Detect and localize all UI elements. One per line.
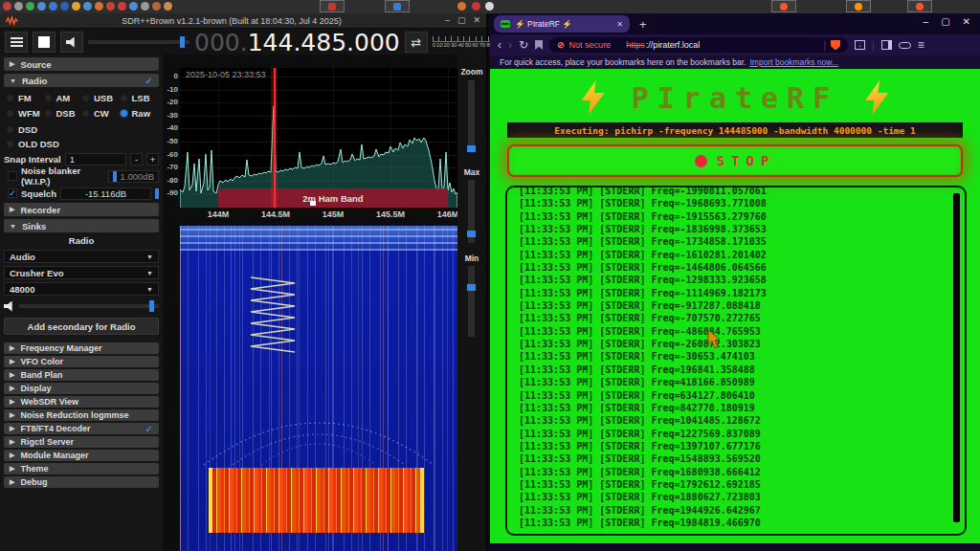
sidebar-panel[interactable]: ▶Display [4,383,159,394]
taskbar-app-icon[interactable] [14,2,23,11]
radio-icon[interactable] [6,125,14,134]
menu-button[interactable] [5,32,28,53]
stop-button[interactable]: STOP [507,144,963,177]
mode-dsb[interactable]: DSB [44,105,82,121]
tray-icon[interactable] [472,2,480,11]
panel-source[interactable]: ▶Source [4,57,159,71]
radio-icon[interactable] [6,94,14,102]
mode-wfm[interactable]: WFM [6,105,44,121]
taskbar-app-icon[interactable] [95,2,103,11]
address-bar[interactable]: ⊘ Not secure https ://piraterf.local | [549,37,848,53]
waterfall-display[interactable] [180,226,457,551]
mute-button[interactable] [60,32,83,53]
mode-dsd[interactable]: DSD [4,122,159,137]
zoom-slider-handle[interactable] [467,145,476,152]
minimize-icon[interactable]: – [445,16,450,25]
min-slider[interactable] [468,266,475,337]
panel-sinks[interactable]: ▼Sinks [4,219,159,232]
close-icon[interactable]: ✕ [473,16,480,25]
mode-raw[interactable]: Raw [120,105,158,121]
taskbar-app-icon[interactable] [164,2,172,11]
squelch-checkbox[interactable]: ✓ [8,188,17,198]
browser-tab[interactable]: ⚡ PIrateRF ⚡ ✕ [494,15,630,33]
taskbar-app-icon[interactable] [37,2,46,11]
tab-close-icon[interactable]: ✕ [616,20,623,29]
mode-old-dsd[interactable]: OLD DSD [4,137,159,151]
taskbar-app-icon[interactable] [72,2,80,11]
taskbar-app-icon[interactable] [60,2,69,11]
search-panel-icon[interactable]: ↓ [855,40,865,50]
log-scrollbar[interactable] [953,193,960,522]
radio-selected-icon[interactable] [120,109,128,118]
spectrum-plot[interactable]: 2m Ham Band 2025-10-05 23:33:53 [180,68,457,208]
volume-slider[interactable] [88,40,189,44]
sidebar-panel[interactable]: ▶Theme [4,463,159,474]
taskbar-app-icon[interactable] [106,2,115,11]
taskbar-app-icon[interactable] [141,2,149,11]
taskbar-app-icon[interactable] [3,2,11,11]
reload-button[interactable]: ↻ [519,39,528,51]
squelch-level-field[interactable]: -15.116dB [60,187,151,200]
slider-handle[interactable] [149,300,154,312]
back-button[interactable]: ‹ [498,39,501,51]
mode-usb[interactable]: USB [81,90,120,105]
maximize-icon[interactable]: ▢ [457,16,466,25]
sidebar-panel[interactable]: ▶Frequency Manager [4,342,159,354]
sink-type-dropdown[interactable]: Audio▼ [4,250,159,263]
min-slider-handle[interactable] [467,284,476,291]
radio-icon[interactable] [81,109,90,118]
tray-icon[interactable] [457,2,466,11]
radio-icon[interactable] [6,140,14,148]
sidebar-panel[interactable]: ▶FT8/FT4 Decoder✓ [4,423,159,434]
panel-radio[interactable]: ▼Radio✓ [4,74,159,87]
maximize-icon[interactable]: ▢ [941,17,949,27]
forward-button[interactable]: › [508,39,512,51]
taskbar-app-icon[interactable] [83,2,92,11]
bookmark-icon[interactable] [535,40,543,50]
menu-icon[interactable]: ≡ [918,39,924,51]
mode-lsb[interactable]: LSB [120,90,158,105]
sink-volume-slider[interactable] [19,304,159,308]
sidebar-panel[interactable]: ▶WebSDR View [4,396,159,408]
noise-blanker-field[interactable]: 1.000dB [108,170,159,183]
enabled-check-icon[interactable]: ✓ [145,424,153,434]
sidebar-panel[interactable]: ▶VFO Color [4,356,159,367]
sidebar-panel[interactable]: ▶Debug [4,476,159,488]
taskbar-app-icon[interactable] [49,2,57,11]
log-output-box[interactable]: [11:33:53 PM] [STDERR] Freq=-1990811.057… [505,186,967,536]
import-bookmarks-link[interactable]: Import bookmarks now... [749,57,838,67]
noise-blanker-checkbox[interactable] [8,171,17,181]
radio-icon[interactable] [44,94,53,102]
snap-interval-input[interactable]: 1 [65,153,126,165]
snap-plus-button[interactable]: + [146,153,159,165]
close-icon[interactable]: ✕ [963,17,970,27]
vfo-center-line[interactable] [274,68,276,208]
snap-minus-button[interactable]: - [130,153,143,165]
taskbar-app-icon[interactable] [129,2,138,11]
radio-icon[interactable] [120,94,128,102]
radio-icon[interactable] [6,109,14,118]
taskbar-window-button-brave2[interactable] [907,0,932,12]
mode-am[interactable]: AM [44,90,82,105]
radio-icon[interactable] [44,109,53,118]
sidebar-panel[interactable]: ▶Band Plan [4,369,159,381]
new-tab-button[interactable]: + [639,18,647,31]
vertical-tabs-icon[interactable] [899,42,911,49]
stop-playback-button[interactable] [33,32,56,53]
mode-cw[interactable]: CW [81,105,120,121]
squelch-slider-handle[interactable] [155,188,159,199]
taskbar-window-button[interactable] [385,0,410,12]
taskbar-window-button-brave[interactable] [771,0,796,12]
sdr-titlebar[interactable]: SDR++Brown v1.2.1-brown (Built at 18:04:… [0,13,486,29]
swap-vfo-button[interactable]: ⇄ [405,32,428,53]
max-slider-handle[interactable] [467,231,476,237]
sidebar-toggle-icon[interactable] [881,40,892,50]
taskbar-window-button-firefox[interactable] [846,0,871,12]
zoom-slider[interactable] [468,80,475,152]
brave-shield-icon[interactable] [831,40,840,51]
sample-rate-dropdown[interactable]: 48000▼ [4,282,159,296]
mode-fm[interactable]: FM [6,90,44,105]
frequency-display[interactable]: 000.144.485.000 [194,31,400,55]
radio-icon[interactable] [81,94,90,102]
panel-recorder[interactable]: ▶Recorder [4,203,159,216]
